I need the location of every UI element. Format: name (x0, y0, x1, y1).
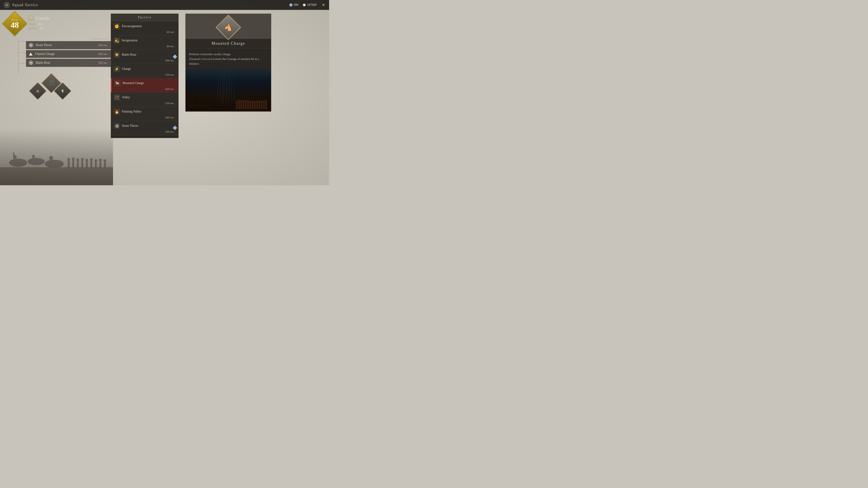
invigoration-cooldown: 90 sec. (114, 44, 176, 48)
currency-orb-value: 107609 (307, 3, 316, 7)
unit-name: Guards (35, 15, 50, 21)
invigoration-name: Invigoration (122, 39, 137, 42)
tree-h-line-3 (18, 63, 26, 64)
svg-point-70 (199, 101, 201, 103)
tactics-list[interactable]: ✊ Encouragement 60 sec. 💫 Invigoration 9… (111, 21, 178, 135)
battle-roar-icon (29, 61, 33, 65)
svg-point-50 (249, 101, 251, 103)
volley-icon: 🏹 (114, 94, 120, 101)
watermark: ©コーエーテクモゲームス THEGAMER (286, 180, 327, 183)
tactics-panel: Tactics ✊ Encouragement 60 sec. 💫 Invigo… (111, 13, 179, 138)
svg-rect-23 (95, 162, 97, 168)
currency-orb: 107609 (303, 3, 316, 7)
diamond-icon (289, 3, 293, 7)
svg-rect-9 (50, 159, 53, 166)
left-tactic-battle-roar[interactable]: Battle Roar 300 sec. (26, 59, 111, 67)
svg-rect-4 (13, 153, 14, 158)
hired-badge: Hired 48 (4, 13, 25, 34)
stone-throw-badge (173, 126, 177, 130)
svg-point-1 (9, 159, 27, 167)
svg-point-58 (258, 100, 260, 102)
orb-icon (303, 4, 306, 6)
encouragement-name: Encouragement (122, 24, 142, 28)
chariot-charge-cooldown: 400 sec. (98, 52, 108, 56)
svg-point-62 (263, 100, 265, 103)
encouragement-icon: ✊ (114, 23, 120, 29)
tactic-mounted-charge[interactable]: 🐎 Mounted Charge 420 sec. (111, 78, 178, 92)
svg-point-24 (94, 159, 97, 162)
flaming-volley-name: Flaming Volley (122, 110, 141, 113)
detail-panel: 🐴 Mounted Charge Perform a fearsome cava… (185, 13, 271, 111)
battle-roar-tactic-cooldown: 300 sec. (114, 59, 176, 62)
battle-roar-badge (173, 55, 177, 59)
close-button[interactable]: ✕ (321, 3, 326, 7)
header-right: 999 107609 ✕ (289, 3, 326, 7)
tactic-stone-throw-center[interactable]: 🪨 Stone Throw 240 sec. (111, 121, 178, 135)
flaming-volley-cooldown: 240 sec. (114, 116, 176, 119)
svg-rect-37 (236, 102, 238, 109)
stone-throw-icon (29, 43, 33, 47)
svg-point-48 (247, 100, 249, 102)
stone-throw-center-cooldown: 240 sec. (114, 130, 176, 133)
squad-icon: ⚔ (4, 2, 10, 8)
attack-stat: Attack 261 (28, 22, 50, 26)
svg-point-7 (32, 155, 35, 158)
mounted-charge-cooldown: 420 sec. (114, 87, 176, 91)
unit-icon: 🛡 (28, 15, 34, 21)
stone-throw-center-name: Stone Throw (122, 124, 138, 128)
svg-point-52 (251, 100, 254, 103)
svg-point-5 (28, 158, 45, 165)
svg-rect-39 (238, 102, 240, 109)
tree-vertical-line (18, 41, 19, 74)
currency-diamond: 999 (289, 3, 298, 7)
tactic-invigoration[interactable]: 💫 Invigoration 90 sec. (111, 35, 178, 50)
tactics-bottom-bar (111, 135, 178, 138)
svg-point-28 (103, 159, 106, 162)
svg-point-22 (90, 158, 93, 161)
tactic-encouragement[interactable]: ✊ Encouragement 60 sec. (111, 21, 178, 35)
svg-rect-41 (241, 102, 242, 109)
volley-cooldown: 150 sec. (114, 101, 176, 105)
battle-roar-tactic-name: Battle Roar (122, 53, 136, 57)
svg-point-54 (254, 101, 256, 103)
charge-icon: ⚡ (114, 66, 120, 72)
svg-rect-72 (206, 103, 207, 106)
svg-rect-63 (266, 102, 267, 109)
svg-rect-43 (243, 102, 244, 109)
left-tactic-chariot-charge[interactable]: Chariot Charge 400 sec. (26, 50, 111, 58)
svg-rect-25 (99, 161, 101, 168)
svg-rect-47 (247, 102, 249, 109)
stone-throw-center-icon: 🪨 (114, 123, 120, 129)
svg-rect-11 (68, 160, 70, 168)
svg-rect-61 (263, 102, 265, 109)
currency-diamond-value: 999 (293, 3, 298, 7)
tactic-charge[interactable]: ⚡ Charge 150 sec. (111, 64, 178, 78)
svg-point-67 (191, 101, 193, 103)
battle-roar-tactic-icon: 🦁 (114, 52, 120, 58)
tree-h-line-1 (18, 41, 26, 41)
tactic-battle-roar[interactable]: 🦁 Battle Roar 300 sec. (111, 50, 178, 64)
flaming-volley-icon: 🔥 (114, 108, 120, 115)
defense-label: Defense (28, 26, 38, 30)
svg-rect-27 (104, 162, 106, 168)
tactic-flaming-volley[interactable]: 🔥 Flaming Volley 240 sec. (111, 107, 178, 121)
detail-description-text: Perform a fearsome cavalry charge.[Drama… (189, 53, 259, 65)
svg-rect-19 (86, 161, 88, 168)
detail-diamond-icon: 🐴 (224, 24, 232, 31)
squad-diamonds: 🎵 ⚔ 🗡 (32, 71, 77, 107)
svg-rect-59 (261, 103, 262, 109)
defense-value: 265 (40, 26, 44, 30)
svg-point-42 (240, 100, 242, 103)
tactic-volley[interactable]: 🏹 Volley 150 sec. (111, 92, 178, 107)
battle-roar-name: Battle Roar (36, 61, 98, 65)
battle-roar-cooldown: 300 sec. (98, 61, 108, 65)
svg-rect-6 (32, 158, 35, 164)
svg-point-12 (67, 158, 70, 161)
left-tactics-panel: Cooldown Time Stone Throw 240 sec. Chari… (13, 37, 111, 107)
left-tactic-stone-throw[interactable]: Stone Throw 240 sec. (26, 41, 111, 49)
svg-rect-51 (252, 102, 253, 109)
tree-h-line-2 (18, 52, 26, 53)
chariot-charge-name: Chariot Charge (35, 52, 98, 56)
squad-panel: Hired 48 🛡 Guards Attack 261 Defense 265 (4, 13, 72, 36)
attack-value: 261 (38, 22, 42, 26)
